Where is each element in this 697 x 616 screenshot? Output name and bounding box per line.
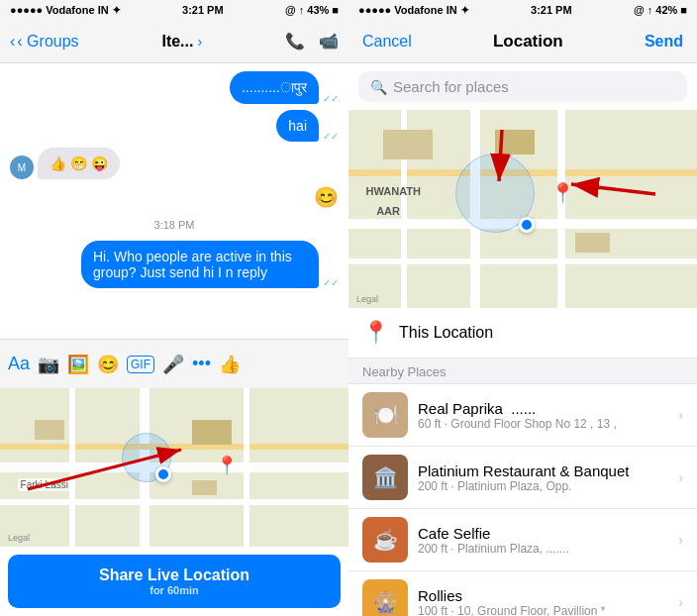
camera-icon[interactable]: 📷: [38, 354, 59, 375]
nearby-places-header: Nearby Places: [348, 359, 697, 384]
right-panel: ●●●●● Vodafone IN ✦ 3:21 PM @ ↑ 42% ■ Ca…: [348, 0, 697, 616]
place-detail: 100 ft · 10, Ground Floor, Pavillion *: [418, 604, 668, 617]
chat-title: Ite...: [161, 33, 193, 51]
chevron-right-icon: ›: [678, 532, 683, 548]
map-preview-left[interactable]: Farki Lassi 📍 Legal: [0, 388, 348, 547]
place-detail: 60 ft · Ground Floor Shop No 12 , 13 ,: [418, 417, 668, 431]
pin-icon: 📍: [362, 320, 389, 346]
avatar: M: [10, 155, 34, 179]
location-title: Location: [493, 32, 563, 51]
chevron-right-icon: ›: [678, 594, 683, 610]
gif-icon[interactable]: GIF: [127, 356, 154, 373]
time-right: 3:21 PM: [531, 4, 572, 16]
message-bubble-right: hai: [276, 110, 319, 142]
nav-icons: 📞 📹: [285, 32, 339, 51]
location-nav: Cancel Location Send: [348, 20, 697, 63]
message-bubble-right: Hi. Who people are active in this group?…: [81, 241, 319, 288]
place-thumbnail: ☕: [362, 517, 408, 563]
image-icon[interactable]: 🖼️: [67, 354, 89, 375]
more-icon[interactable]: •••: [192, 354, 211, 374]
message-text: Hi. Who people are active in this group?…: [93, 249, 292, 280]
chevron-left-icon: ‹: [10, 33, 15, 51]
chevron-right-icon: ›: [197, 34, 202, 50]
send-button[interactable]: Send: [645, 33, 683, 51]
carrier-right: ●●●●● Vodafone IN ✦: [358, 4, 469, 17]
status-bar-right: ●●●●● Vodafone IN ✦ 3:21 PM @ ↑ 42% ■: [348, 0, 697, 20]
message-text: 👍 😁 😜: [50, 155, 108, 171]
place-row[interactable]: 🍽️ Real Paprika ...... 60 ft · Ground Fl…: [348, 384, 697, 447]
svg-line-4: [499, 130, 502, 181]
place-detail: 200 ft · Platinium Plaza, .......: [418, 542, 668, 556]
chevron-right-icon: ›: [678, 407, 683, 423]
message-text: hai: [288, 118, 307, 134]
message-bubble-right: ..........ापुर: [230, 71, 319, 104]
place-name: Cafe Selfie: [418, 525, 668, 542]
battery-right: @ ↑ 42% ■: [634, 4, 687, 16]
timestamp: 3:18 PM: [10, 219, 339, 231]
place-info: Rollies 100 ft · 10, Ground Floor, Pavil…: [418, 587, 668, 617]
place-info: Cafe Selfie 200 ft · Platinium Plaza, ..…: [418, 525, 668, 556]
this-location-row[interactable]: 📍 This Location: [348, 308, 697, 359]
place-info: Real Paprika ...... 60 ft · Ground Floor…: [418, 400, 668, 431]
place-name: Platinium Restaurant & Banquet: [418, 462, 668, 479]
groups-label[interactable]: ‹ Groups: [17, 33, 78, 51]
read-receipt: ✓✓: [323, 131, 339, 142]
places-list: 📍 This Location Nearby Places 🍽️ Real Pa…: [348, 308, 697, 616]
message-row: 😊: [10, 185, 339, 209]
chevron-right-icon: ›: [678, 469, 683, 485]
left-panel: ●●●●● Vodafone IN ✦ 3:21 PM @ ↑ 43% ■ ‹ …: [0, 0, 348, 616]
place-thumbnail: 🍽️: [362, 392, 408, 438]
phone-icon[interactable]: 📞: [285, 32, 305, 51]
chat-area: ..........ापुर ✓✓ hai ✓✓ M 👍 😁 😜 😊 3:18 …: [0, 63, 348, 339]
svg-line-5: [571, 184, 655, 194]
video-icon[interactable]: 📹: [319, 32, 339, 51]
search-placeholder: Search for places: [393, 78, 509, 95]
share-live-location-button[interactable]: Share Live Location for 60min: [8, 555, 341, 608]
message-row: ..........ापुर ✓✓: [10, 71, 339, 104]
legal-text-right: Legal: [356, 294, 378, 304]
this-location-label: This Location: [399, 324, 493, 342]
message-bubble-left: 👍 😁 😜: [38, 148, 120, 179]
share-btn-sublabel: for 60min: [20, 584, 329, 596]
place-name: Real Paprika ......: [418, 400, 668, 417]
place-name: Rollies: [418, 587, 668, 604]
legal-text: Legal: [8, 533, 30, 543]
arrow-annotation-left: [18, 420, 216, 499]
place-row[interactable]: ☕ Cafe Selfie 200 ft · Platinium Plaza, …: [348, 509, 697, 571]
battery-left: @ ↑ 43% ■: [285, 4, 339, 16]
message-row: Hi. Who people are active in this group?…: [10, 241, 339, 288]
message-row: hai ✓✓: [10, 110, 339, 142]
read-receipt: ✓✓: [323, 277, 339, 288]
place-thumbnail: 🏛️: [362, 455, 408, 500]
carrier-left: ●●●●● Vodafone IN ✦: [10, 4, 121, 17]
input-bar: Aa 📷 🖼️ 😊 GIF 🎤 ••• 👍: [0, 339, 348, 388]
message-row-left: M 👍 😁 😜: [10, 148, 339, 179]
map-view-right[interactable]: HWANATH AAR 📍: [348, 110, 697, 308]
mic-icon[interactable]: 🎤: [162, 354, 184, 375]
place-detail: 200 ft · Platinium Plaza, Opp.: [418, 479, 668, 493]
time-left: 3:21 PM: [182, 4, 224, 16]
place-info: Platinium Restaurant & Banquet 200 ft · …: [418, 462, 668, 493]
search-bar[interactable]: 🔍 Search for places: [358, 71, 687, 102]
place-row[interactable]: 🏛️ Platinium Restaurant & Banquet 200 ft…: [348, 447, 697, 509]
back-button[interactable]: ‹ ‹ Groups: [10, 33, 79, 51]
aa-label: Aa: [8, 354, 30, 374]
svg-line-1: [28, 450, 181, 489]
share-btn-label: Share Live Location: [20, 566, 329, 584]
arrow-annotations-right: [348, 110, 697, 308]
emoji-icon[interactable]: 😊: [97, 354, 119, 375]
like-icon[interactable]: 👍: [219, 354, 241, 375]
status-bar-left: ●●●●● Vodafone IN ✦ 3:21 PM @ ↑ 43% ■: [0, 0, 348, 20]
message-text: ..........ापुर: [242, 79, 307, 95]
search-icon: 🔍: [370, 79, 387, 95]
read-receipt: ✓✓: [323, 93, 339, 104]
emoji-message: 😊: [314, 185, 339, 209]
nav-bar-left: ‹ ‹ Groups Ite... › 📞 📹: [0, 20, 348, 63]
cancel-button[interactable]: Cancel: [362, 33, 412, 51]
place-thumbnail: 🎡: [362, 579, 408, 616]
location-pin-red: 📍: [216, 455, 238, 476]
place-row[interactable]: 🎡 Rollies 100 ft · 10, Ground Floor, Pav…: [348, 571, 697, 616]
